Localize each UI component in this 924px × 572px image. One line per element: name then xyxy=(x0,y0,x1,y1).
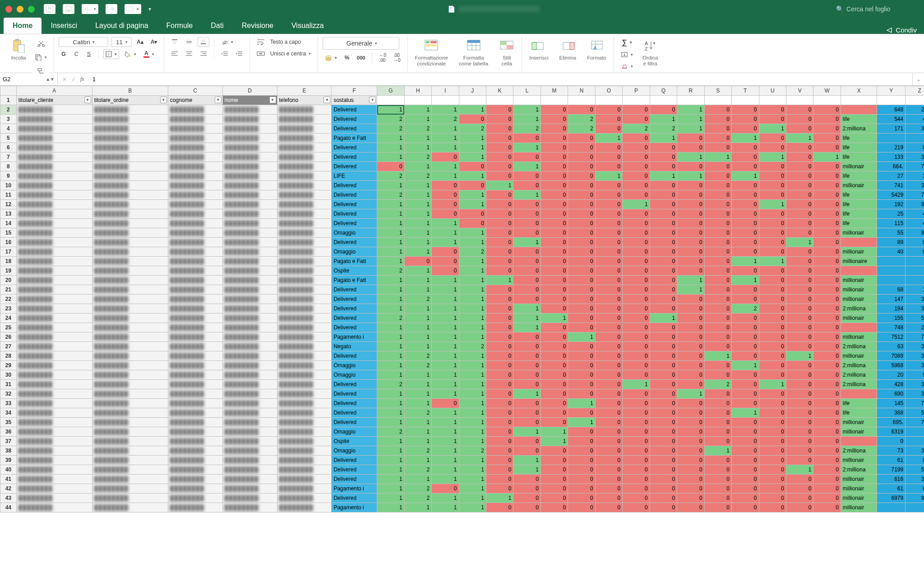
cell[interactable]: 0 xyxy=(677,323,704,332)
cell[interactable]: 1 xyxy=(459,285,486,295)
cell[interactable]: ████████ xyxy=(222,304,277,314)
row-header[interactable]: 8 xyxy=(0,162,17,171)
cell[interactable]: 0 xyxy=(623,408,650,418)
row-header[interactable]: 11 xyxy=(0,190,17,200)
cell[interactable]: ████████ xyxy=(92,484,168,494)
cell[interactable]: 0 xyxy=(759,266,786,276)
cell[interactable]: ████████ xyxy=(277,389,332,399)
cell[interactable]: 0 xyxy=(486,418,513,427)
col-header-C[interactable]: C xyxy=(168,86,222,96)
cell[interactable]: ████████ xyxy=(222,162,277,171)
cell[interactable]: 0 xyxy=(759,304,786,314)
cell[interactable]: 0 xyxy=(623,494,650,503)
cell[interactable]: Omaggio xyxy=(332,370,377,380)
font-size-select[interactable]: 11 xyxy=(111,37,132,47)
cell[interactable]: 0 xyxy=(623,171,650,181)
cell[interactable]: 0 xyxy=(677,351,704,361)
cell[interactable]: ████████ xyxy=(16,257,92,266)
cell[interactable]: 0 xyxy=(759,105,786,115)
cell[interactable]: 2 xyxy=(377,380,404,389)
row-header[interactable]: 19 xyxy=(0,266,17,276)
cell[interactable]: ████████ xyxy=(168,181,222,190)
cell[interactable]: 0 xyxy=(541,257,568,266)
col-header-X[interactable]: X xyxy=(841,86,877,96)
cell[interactable] xyxy=(906,266,924,276)
cell[interactable]: 0 xyxy=(813,446,841,456)
cell[interactable]: 0 xyxy=(595,465,622,475)
cell[interactable]: 0 xyxy=(623,266,650,276)
row-header[interactable]: 40 xyxy=(0,465,17,475)
cell[interactable]: ████████ xyxy=(277,380,332,389)
cell[interactable]: 0 xyxy=(513,418,541,427)
cell[interactable]: 0 xyxy=(568,238,595,247)
cell[interactable]: 6979 xyxy=(877,494,906,503)
cell[interactable]: 0 xyxy=(595,361,622,370)
cell[interactable]: 0 xyxy=(432,399,459,408)
cell[interactable]: 1 xyxy=(459,427,486,437)
cell[interactable]: 0 xyxy=(623,314,650,323)
cell[interactable]: ████████ xyxy=(277,152,332,162)
sort-filter-button[interactable]: AZOrdina e filtra xyxy=(640,37,661,68)
cell[interactable]: 0 xyxy=(704,437,731,446)
qat-customize-icon[interactable]: ▾ xyxy=(148,6,151,12)
cell[interactable]: 0 xyxy=(568,323,595,332)
cell[interactable]: 1 xyxy=(732,257,759,266)
search-input[interactable] xyxy=(846,5,919,13)
cell[interactable]: 0 xyxy=(732,152,759,162)
cell[interactable]: 0 xyxy=(650,143,677,152)
cell[interactable]: ████████ xyxy=(16,437,92,446)
cell[interactable]: 0 xyxy=(813,389,841,399)
cell[interactable]: 1 xyxy=(459,323,486,332)
cell[interactable]: ████████ xyxy=(277,332,332,342)
cell[interactable]: 1 xyxy=(404,181,431,190)
row-header[interactable]: 15 xyxy=(0,228,17,238)
cell[interactable]: 0 xyxy=(650,465,677,475)
cell[interactable]: 0 xyxy=(623,503,650,512)
cell[interactable]: 0 xyxy=(704,503,731,512)
cell[interactable]: 0 xyxy=(568,247,595,257)
cell[interactable]: 690 xyxy=(877,389,906,399)
cell[interactable]: 1 xyxy=(404,247,431,257)
cell[interactable]: 1 xyxy=(541,314,568,323)
cell[interactable]: millionair xyxy=(841,228,877,238)
cell[interactable]: 0 xyxy=(513,219,541,228)
cell[interactable]: LIFE xyxy=(332,171,377,181)
cell[interactable] xyxy=(513,96,541,105)
cell[interactable] xyxy=(877,134,906,143)
cell[interactable]: 2 xyxy=(377,124,404,134)
cell[interactable]: ████████ xyxy=(16,181,92,190)
cell[interactable]: ████████ xyxy=(277,257,332,266)
cell[interactable]: 544 xyxy=(877,115,906,124)
cell[interactable]: 0 xyxy=(513,437,541,446)
cell[interactable]: 0 xyxy=(650,475,677,484)
cell[interactable]: 0 xyxy=(513,361,541,370)
cell[interactable]: ████████ xyxy=(277,484,332,494)
cell[interactable]: 0 xyxy=(568,162,595,171)
cell[interactable]: 0 xyxy=(568,209,595,219)
row-header[interactable]: 31 xyxy=(0,380,17,389)
cell[interactable]: 0 xyxy=(595,209,622,219)
cell[interactable]: 63 xyxy=(877,342,906,351)
cell[interactable]: 0 xyxy=(650,484,677,494)
cell[interactable]: 0 xyxy=(677,494,704,503)
cell[interactable]: ████████ xyxy=(222,389,277,399)
number-format-select[interactable]: Generale xyxy=(323,37,399,50)
cell[interactable]: Ospite xyxy=(332,437,377,446)
cell[interactable]: 0 xyxy=(704,484,731,494)
cell[interactable]: 0 xyxy=(677,200,704,209)
cell[interactable]: 0 xyxy=(541,152,568,162)
cell[interactable]: 0 xyxy=(486,285,513,295)
align-left-button[interactable] xyxy=(169,49,180,59)
cell[interactable]: 0 xyxy=(677,465,704,475)
cell[interactable]: 1 xyxy=(404,475,431,484)
cell[interactable]: ████████ xyxy=(277,304,332,314)
cell[interactable]: 0 xyxy=(786,332,813,342)
cell[interactable]: ████████ xyxy=(16,285,92,295)
cell[interactable]: 0 xyxy=(486,257,513,266)
cell[interactable]: ████████ xyxy=(16,266,92,276)
cell[interactable]: 1 xyxy=(568,332,595,342)
cell[interactable]: 1 xyxy=(677,152,704,162)
font-color-button[interactable]: A xyxy=(141,49,157,59)
cell[interactable]: 0 xyxy=(459,162,486,171)
decrease-font-button[interactable]: A▾ xyxy=(148,37,160,47)
